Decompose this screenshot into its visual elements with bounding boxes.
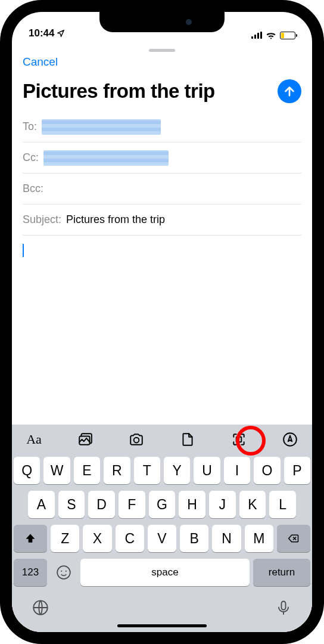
key-j[interactable]: J — [209, 491, 236, 518]
numbers-key[interactable]: 123 — [14, 559, 47, 586]
subject-field-row[interactable]: Subject: Pictures from the trip — [23, 205, 301, 236]
svg-point-3 — [284, 433, 297, 446]
svg-point-6 — [66, 571, 67, 572]
key-g[interactable]: G — [149, 491, 176, 518]
cc-field-row[interactable]: Cc: — [23, 143, 301, 174]
svg-point-5 — [61, 571, 62, 572]
key-s[interactable]: S — [58, 491, 85, 518]
key-c[interactable]: C — [116, 525, 144, 552]
key-o[interactable]: O — [254, 457, 280, 484]
camera-button[interactable] — [127, 431, 145, 448]
format-button[interactable]: Aa — [25, 431, 43, 448]
keyboard-row-3: Z X C V B N M — [14, 525, 310, 552]
scan-icon — [231, 432, 247, 447]
svg-rect-8 — [282, 602, 286, 610]
key-h[interactable]: H — [179, 491, 205, 518]
home-indicator[interactable] — [117, 624, 207, 627]
key-q[interactable]: Q — [14, 457, 40, 484]
return-key[interactable]: return — [253, 559, 310, 586]
markup-button[interactable] — [281, 431, 299, 448]
key-x[interactable]: X — [83, 525, 111, 552]
attach-file-button[interactable] — [179, 431, 197, 448]
message-body-input[interactable] — [12, 236, 312, 425]
subject-label: Subject: — [23, 213, 61, 226]
photo-library-button[interactable] — [76, 431, 94, 448]
subject-value: Pictures from the trip — [66, 213, 301, 226]
key-p[interactable]: P — [284, 457, 310, 484]
compose-title: Pictures from the trip — [23, 80, 272, 103]
key-r[interactable]: R — [104, 457, 130, 484]
battery-icon — [280, 32, 295, 39]
svg-point-4 — [57, 566, 70, 579]
scan-document-button[interactable] — [230, 431, 248, 448]
camera-icon — [129, 432, 144, 447]
keyboard-footer — [12, 591, 312, 622]
shift-icon — [24, 532, 36, 544]
cc-value-redacted — [43, 150, 169, 166]
key-u[interactable]: U — [194, 457, 220, 484]
cc-label: Cc: — [23, 151, 39, 164]
key-w[interactable]: W — [43, 457, 70, 484]
cancel-button[interactable]: Cancel — [23, 55, 58, 69]
key-d[interactable]: D — [88, 491, 115, 518]
key-n[interactable]: N — [212, 525, 241, 552]
key-f[interactable]: F — [119, 491, 145, 518]
key-y[interactable]: Y — [164, 457, 190, 484]
keyboard-row-2: A S D F G H J K L — [14, 491, 310, 518]
svg-rect-2 — [236, 437, 242, 442]
notch — [99, 12, 225, 32]
shift-key[interactable] — [14, 525, 47, 552]
markup-icon — [282, 432, 298, 447]
key-z[interactable]: Z — [51, 525, 79, 552]
key-m[interactable]: M — [245, 525, 273, 552]
bcc-field-row[interactable]: Bcc: — [23, 174, 301, 205]
key-v[interactable]: V — [148, 525, 176, 552]
arrow-up-icon — [283, 85, 296, 98]
emoji-key[interactable] — [51, 559, 77, 586]
key-k[interactable]: K — [239, 491, 266, 518]
dictation-icon[interactable] — [275, 599, 292, 616]
bcc-label: Bcc: — [23, 182, 43, 195]
emoji-icon — [56, 565, 71, 580]
to-value-redacted — [42, 119, 161, 135]
cellular-signal-icon — [251, 32, 262, 39]
space-key[interactable]: space — [80, 559, 250, 586]
backspace-icon — [288, 532, 300, 544]
photos-icon — [77, 432, 93, 447]
key-b[interactable]: B — [180, 525, 208, 552]
key-a[interactable]: A — [28, 491, 55, 518]
keyboard-row-1: Q W E R T Y U I O P — [14, 457, 310, 484]
to-label: To: — [23, 120, 37, 133]
svg-point-1 — [134, 438, 139, 443]
globe-icon[interactable] — [32, 599, 49, 616]
backspace-key[interactable] — [277, 525, 310, 552]
text-cursor — [23, 244, 24, 257]
keyboard-toolbar: Aa — [12, 425, 312, 454]
key-l[interactable]: L — [269, 491, 296, 518]
send-button[interactable] — [278, 79, 301, 103]
key-t[interactable]: T — [134, 457, 160, 484]
location-icon — [57, 29, 65, 38]
to-field-row[interactable]: To: — [23, 112, 301, 143]
key-i[interactable]: I — [224, 457, 250, 484]
status-time: 10:44 — [29, 27, 54, 39]
key-e[interactable]: E — [74, 457, 100, 484]
document-icon — [180, 432, 195, 447]
wifi-icon — [266, 31, 276, 39]
